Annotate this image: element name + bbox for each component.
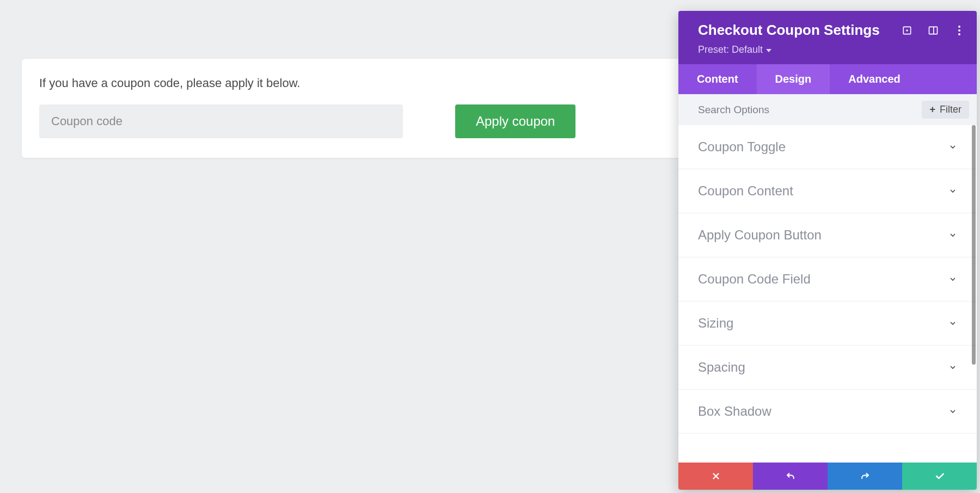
caret-down-icon	[766, 49, 771, 52]
option-label: Coupon Content	[698, 183, 793, 199]
option-label: Coupon Code Field	[698, 272, 811, 287]
panel-footer	[678, 463, 977, 490]
preset-label: Preset: Default	[698, 44, 763, 56]
chevron-down-icon	[948, 187, 957, 195]
panel-title-block: Checkout Coupon Settings Preset: Default	[698, 22, 880, 56]
tab-content[interactable]: Content	[678, 64, 757, 94]
panel-title: Checkout Coupon Settings	[698, 22, 880, 39]
plus-icon: +	[929, 104, 935, 115]
option-coupon-code-field[interactable]: Coupon Code Field	[678, 257, 977, 301]
chevron-down-icon	[948, 363, 957, 372]
cancel-button[interactable]	[678, 463, 753, 490]
option-apply-coupon-button[interactable]: Apply Coupon Button	[678, 213, 977, 257]
header-icons	[902, 22, 965, 36]
scrollbar[interactable]	[972, 125, 976, 365]
option-sizing[interactable]: Sizing	[678, 301, 977, 346]
chevron-down-icon	[948, 143, 957, 151]
preset-dropdown[interactable]: Preset: Default	[698, 44, 880, 56]
option-label: Coupon Toggle	[698, 139, 786, 155]
coupon-code-input[interactable]	[39, 104, 403, 138]
coupon-row: Apply coupon	[39, 104, 672, 138]
settings-panel: Checkout Coupon Settings Preset: Default…	[678, 11, 977, 490]
search-bar: + Filter	[678, 94, 977, 125]
panel-header: Checkout Coupon Settings Preset: Default	[678, 11, 977, 64]
undo-button[interactable]	[753, 463, 828, 490]
svg-point-1	[906, 29, 908, 31]
option-coupon-content[interactable]: Coupon Content	[678, 169, 977, 213]
apply-coupon-button[interactable]: Apply coupon	[455, 104, 575, 138]
option-label: Apply Coupon Button	[698, 227, 822, 243]
tab-design[interactable]: Design	[757, 64, 830, 94]
option-spacing[interactable]: Spacing	[678, 346, 977, 390]
coupon-card: If you have a coupon code, please apply …	[22, 59, 689, 158]
option-label: Sizing	[698, 316, 733, 331]
option-list[interactable]: Coupon Toggle Coupon Content Apply Coupo…	[678, 125, 977, 463]
filter-button[interactable]: + Filter	[922, 101, 969, 119]
chevron-down-icon	[948, 275, 957, 284]
filter-label: Filter	[940, 104, 961, 115]
option-label: Box Shadow	[698, 404, 771, 419]
save-button[interactable]	[902, 463, 977, 490]
chevron-down-icon	[948, 231, 957, 239]
option-box-shadow[interactable]: Box Shadow	[678, 390, 977, 434]
expand-icon[interactable]	[902, 25, 912, 36]
chevron-down-icon	[948, 319, 957, 328]
option-label: Spacing	[698, 360, 745, 375]
chevron-down-icon	[948, 407, 957, 416]
search-options-input[interactable]	[698, 104, 922, 116]
option-coupon-toggle[interactable]: Coupon Toggle	[678, 125, 977, 169]
redo-button[interactable]	[828, 463, 902, 490]
coupon-prompt: If you have a coupon code, please apply …	[39, 76, 672, 90]
panel-tabs: Content Design Advanced	[678, 64, 977, 94]
layout-icon[interactable]	[928, 25, 939, 36]
more-menu-icon[interactable]	[954, 25, 965, 36]
tab-advanced[interactable]: Advanced	[830, 64, 919, 94]
